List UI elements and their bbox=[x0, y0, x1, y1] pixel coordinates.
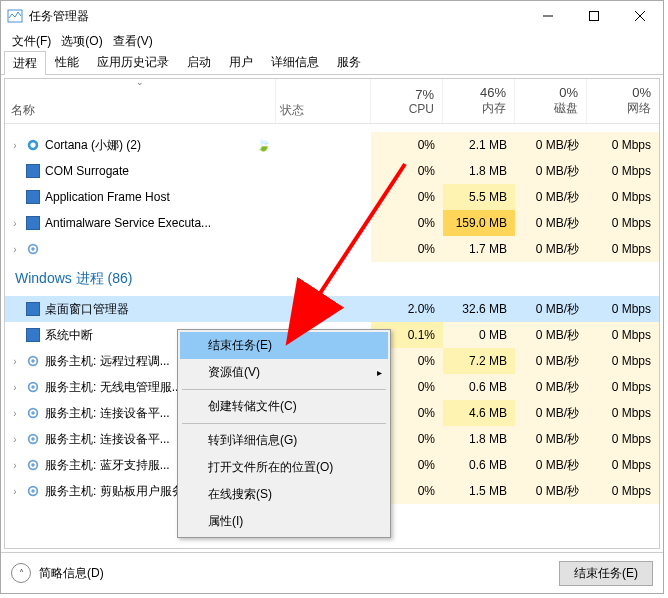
header-memory[interactable]: 46% 内存 bbox=[443, 79, 515, 123]
tab-services[interactable]: 服务 bbox=[328, 50, 370, 74]
network-cell: 0 Mbps bbox=[587, 210, 659, 236]
svg-rect-2 bbox=[590, 12, 599, 21]
memory-cell: 0.6 MB bbox=[443, 374, 515, 400]
network-cell: 0 Mbps bbox=[587, 426, 659, 452]
header-cpu-label: CPU bbox=[409, 102, 434, 116]
network-cell: 0 Mbps bbox=[587, 184, 659, 210]
expand-toggle[interactable]: › bbox=[7, 218, 23, 229]
menu-options[interactable]: 选项(O) bbox=[56, 33, 107, 50]
network-cell: 0 Mbps bbox=[587, 452, 659, 478]
header-cpu-pct: 7% bbox=[415, 87, 434, 102]
ctx-open-location-label: 打开文件所在的位置(O) bbox=[208, 459, 333, 476]
disk-cell: 0 MB/秒 bbox=[515, 210, 587, 236]
header-network[interactable]: 0% 网络 bbox=[587, 79, 659, 123]
ctx-separator bbox=[182, 389, 386, 390]
fewer-details-toggle[interactable]: ˄ bbox=[11, 563, 31, 583]
header-memory-pct: 46% bbox=[480, 85, 506, 100]
disk-cell: 0 MB/秒 bbox=[515, 158, 587, 184]
tab-app-history[interactable]: 应用历史记录 bbox=[88, 50, 178, 74]
name-cell: 桌面窗口管理器 bbox=[23, 301, 276, 318]
table-row[interactable]: 桌面窗口管理器2.0%32.6 MB0 MB/秒0 Mbps bbox=[5, 296, 659, 322]
menu-view[interactable]: 查看(V) bbox=[108, 33, 158, 50]
ctx-goto-details-label: 转到详细信息(G) bbox=[208, 432, 297, 449]
header-disk-pct: 0% bbox=[559, 85, 578, 100]
column-headers: ⌄ 名称 状态 7% CPU 46% 内存 0% 磁盘 0% 网络 bbox=[5, 79, 659, 124]
memory-cell: 159.0 MB bbox=[443, 210, 515, 236]
header-network-label: 网络 bbox=[627, 100, 651, 117]
process-name: 系统中断 bbox=[45, 327, 93, 344]
svg-point-12 bbox=[31, 385, 35, 389]
network-cell: 0 Mbps bbox=[587, 322, 659, 348]
expand-toggle[interactable]: › bbox=[7, 356, 23, 367]
header-status[interactable]: 状态 bbox=[276, 79, 371, 123]
chevron-up-icon: ˄ bbox=[19, 568, 24, 579]
name-cell: Cortana (小娜) (2)🍃 bbox=[23, 137, 276, 154]
tab-performance[interactable]: 性能 bbox=[46, 50, 88, 74]
disk-cell: 0 MB/秒 bbox=[515, 236, 587, 262]
expand-toggle[interactable]: › bbox=[7, 140, 23, 151]
table-row[interactable]: ›Cortana (小娜) (2)🍃0%2.1 MB0 MB/秒0 Mbps bbox=[5, 132, 659, 158]
expand-toggle[interactable]: › bbox=[7, 486, 23, 497]
expand-toggle[interactable]: › bbox=[7, 382, 23, 393]
header-disk-label: 磁盘 bbox=[554, 100, 578, 117]
ctx-goto-details[interactable]: 转到详细信息(G) bbox=[180, 427, 388, 454]
table-row[interactable]: ›0%1.7 MB0 MB/秒0 Mbps bbox=[5, 236, 659, 262]
network-cell: 0 Mbps bbox=[587, 348, 659, 374]
table-row[interactable]: ›Antimalware Service Executa...0%159.0 M… bbox=[5, 210, 659, 236]
network-cell: 0 Mbps bbox=[587, 236, 659, 262]
svg-point-20 bbox=[31, 489, 35, 493]
ctx-properties[interactable]: 属性(I) bbox=[180, 508, 388, 535]
memory-cell: 1.8 MB bbox=[443, 426, 515, 452]
group-header[interactable]: Windows 进程 (86) bbox=[5, 262, 659, 296]
process-icon bbox=[25, 163, 41, 179]
process-icon bbox=[25, 215, 41, 231]
expand-toggle[interactable]: › bbox=[7, 408, 23, 419]
minimize-button[interactable] bbox=[525, 1, 571, 31]
process-icon bbox=[25, 431, 41, 447]
ctx-end-task[interactable]: 结束任务(E) bbox=[180, 332, 388, 359]
tab-startup[interactable]: 启动 bbox=[178, 50, 220, 74]
window-title: 任务管理器 bbox=[29, 8, 525, 25]
memory-cell: 32.6 MB bbox=[443, 296, 515, 322]
table-row[interactable]: Application Frame Host0%5.5 MB0 MB/秒0 Mb… bbox=[5, 184, 659, 210]
tab-details[interactable]: 详细信息 bbox=[262, 50, 328, 74]
process-name: Application Frame Host bbox=[45, 190, 170, 204]
tab-processes[interactable]: 进程 bbox=[4, 51, 46, 75]
header-disk[interactable]: 0% 磁盘 bbox=[515, 79, 587, 123]
process-icon bbox=[25, 327, 41, 343]
process-icon bbox=[25, 379, 41, 395]
process-name: Antimalware Service Executa... bbox=[45, 216, 211, 230]
expand-toggle[interactable]: › bbox=[7, 434, 23, 445]
memory-cell: 1.7 MB bbox=[443, 236, 515, 262]
fewer-details-label[interactable]: 简略信息(D) bbox=[39, 565, 104, 582]
expand-toggle[interactable]: › bbox=[7, 244, 23, 255]
svg-point-14 bbox=[31, 411, 35, 415]
ctx-create-dump[interactable]: 创建转储文件(C) bbox=[180, 393, 388, 420]
menu-file[interactable]: 文件(F) bbox=[7, 33, 56, 50]
process-icon bbox=[25, 301, 41, 317]
disk-cell: 0 MB/秒 bbox=[515, 452, 587, 478]
network-cell: 0 Mbps bbox=[587, 296, 659, 322]
close-button[interactable] bbox=[617, 1, 663, 31]
process-name: 服务主机: 连接设备平... bbox=[45, 405, 170, 422]
disk-cell: 0 MB/秒 bbox=[515, 296, 587, 322]
chevron-down-icon: ⌄ bbox=[136, 78, 144, 87]
ctx-open-location[interactable]: 打开文件所在的位置(O) bbox=[180, 454, 388, 481]
header-cpu[interactable]: 7% CPU bbox=[371, 79, 443, 123]
maximize-button[interactable] bbox=[571, 1, 617, 31]
cpu-cell: 0% bbox=[371, 158, 443, 184]
memory-cell: 1.5 MB bbox=[443, 478, 515, 504]
tab-users[interactable]: 用户 bbox=[220, 50, 262, 74]
header-name[interactable]: ⌄ 名称 bbox=[5, 79, 276, 123]
table-row[interactable]: COM Surrogate0%1.8 MB0 MB/秒0 Mbps bbox=[5, 158, 659, 184]
end-task-button[interactable]: 结束任务(E) bbox=[559, 561, 653, 586]
process-icon bbox=[25, 241, 41, 257]
ctx-search-online[interactable]: 在线搜索(S) bbox=[180, 481, 388, 508]
process-name: COM Surrogate bbox=[45, 164, 129, 178]
name-cell bbox=[23, 241, 276, 257]
header-name-label: 名称 bbox=[11, 102, 267, 119]
ctx-resource-values[interactable]: 资源值(V) ▸ bbox=[180, 359, 388, 386]
network-cell: 0 Mbps bbox=[587, 132, 659, 158]
disk-cell: 0 MB/秒 bbox=[515, 478, 587, 504]
expand-toggle[interactable]: › bbox=[7, 460, 23, 471]
